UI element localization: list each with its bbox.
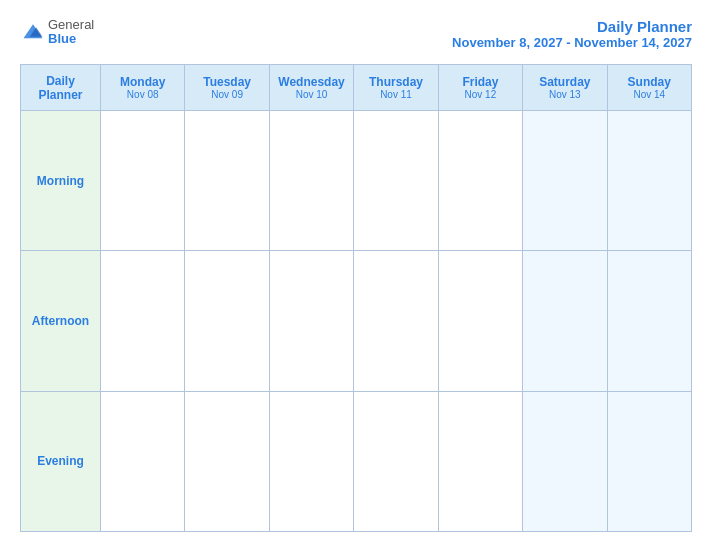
header: General Blue Daily Planner November 8, 2… [20, 18, 692, 50]
cell-evening-friday[interactable] [438, 391, 522, 531]
row-label-evening: Evening [21, 391, 101, 531]
planner-table: Daily Planner Monday Nov 08 Tuesday Nov … [20, 64, 692, 532]
cell-morning-thursday[interactable] [354, 111, 438, 251]
cell-afternoon-tuesday[interactable] [185, 251, 269, 391]
cell-morning-wednesday[interactable] [269, 111, 353, 251]
logo-general-text: General [48, 18, 94, 32]
cell-afternoon-monday[interactable] [101, 251, 185, 391]
logo-area: General Blue [20, 18, 94, 47]
label-col-header: Daily Planner [23, 74, 98, 102]
cell-evening-tuesday[interactable] [185, 391, 269, 531]
col-header-label: Daily Planner [21, 65, 101, 111]
col-header-tuesday: Tuesday Nov 09 [185, 65, 269, 111]
col-header-wednesday: Wednesday Nov 10 [269, 65, 353, 111]
cell-morning-friday[interactable] [438, 111, 522, 251]
row-afternoon: Afternoon [21, 251, 692, 391]
cell-morning-tuesday[interactable] [185, 111, 269, 251]
logo-blue-text: Blue [48, 32, 94, 46]
cell-afternoon-sunday[interactable] [607, 251, 691, 391]
cell-evening-saturday[interactable] [523, 391, 607, 531]
logo-text: General Blue [48, 18, 94, 47]
col-header-monday: Monday Nov 08 [101, 65, 185, 111]
page: General Blue Daily Planner November 8, 2… [0, 0, 712, 550]
title-date: November 8, 2027 - November 14, 2027 [452, 35, 692, 50]
title-area: Daily Planner November 8, 2027 - Novembe… [452, 18, 692, 50]
cell-afternoon-wednesday[interactable] [269, 251, 353, 391]
col-header-friday: Friday Nov 12 [438, 65, 522, 111]
cell-afternoon-saturday[interactable] [523, 251, 607, 391]
row-evening: Evening [21, 391, 692, 531]
cell-morning-monday[interactable] [101, 111, 185, 251]
cell-evening-thursday[interactable] [354, 391, 438, 531]
cell-evening-monday[interactable] [101, 391, 185, 531]
title-main: Daily Planner [452, 18, 692, 35]
col-header-saturday: Saturday Nov 13 [523, 65, 607, 111]
cell-evening-wednesday[interactable] [269, 391, 353, 531]
cell-afternoon-thursday[interactable] [354, 251, 438, 391]
cell-morning-sunday[interactable] [607, 111, 691, 251]
row-morning: Morning [21, 111, 692, 251]
cell-morning-saturday[interactable] [523, 111, 607, 251]
row-label-morning: Morning [21, 111, 101, 251]
col-header-thursday: Thursday Nov 11 [354, 65, 438, 111]
col-header-sunday: Sunday Nov 14 [607, 65, 691, 111]
cell-evening-sunday[interactable] [607, 391, 691, 531]
row-label-afternoon: Afternoon [21, 251, 101, 391]
cell-afternoon-friday[interactable] [438, 251, 522, 391]
logo-icon [22, 21, 44, 43]
